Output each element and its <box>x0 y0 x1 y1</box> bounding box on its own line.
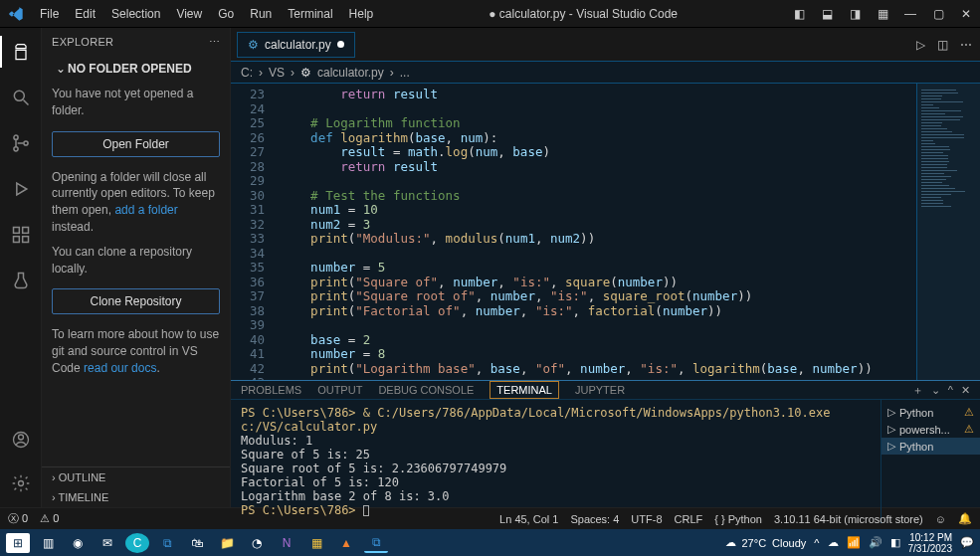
minimap[interactable] <box>916 84 980 380</box>
open-folder-hint: Opening a folder will close all currentl… <box>52 165 220 240</box>
onenote-icon[interactable]: N <box>275 533 298 553</box>
tray-cloud-icon[interactable]: ☁ <box>828 536 839 549</box>
title-bar: FileEditSelectionViewGoRunTerminalHelp ●… <box>0 0 980 28</box>
line-gutter: 23 24 25 26 27 28 29 30 31 32 33 34 35 3… <box>231 84 275 380</box>
maximize-button[interactable]: ▢ <box>924 3 952 25</box>
terminal-entry[interactable]: ▷powersh...⚠ <box>887 421 974 438</box>
breadcrumb[interactable]: C:› VS› ⚙calculator.py› ... <box>231 62 980 84</box>
clone-repo-button[interactable]: Clone Repository <box>52 288 220 314</box>
vscode-active-icon[interactable]: ⧉ <box>364 533 388 553</box>
menu-view[interactable]: View <box>168 3 210 25</box>
extensions-icon[interactable] <box>5 219 37 251</box>
bottom-panel: PROBLEMS OUTPUT DEBUG CONSOLE TERMINAL J… <box>231 380 980 507</box>
add-folder-link[interactable]: add a folder <box>114 203 177 217</box>
status-eol[interactable]: CRLF <box>675 513 703 525</box>
timeline-section[interactable]: › TIMELINE <box>42 487 230 507</box>
run-debug-icon[interactable] <box>5 173 37 205</box>
window-title: ● calculator.py - Visual Studio Code <box>381 7 785 21</box>
start-button[interactable]: ⊞ <box>6 533 30 553</box>
menu-help[interactable]: Help <box>341 3 382 25</box>
system-clock[interactable]: 10:12 PM 7/31/2023 <box>908 532 953 554</box>
svg-point-0 <box>14 91 24 100</box>
explorer-icon[interactable] <box>5 36 37 68</box>
tray-wifi-icon[interactable]: 📶 <box>847 536 861 549</box>
terminal-output[interactable]: PS C:\Users\786> & C:/Users/786/AppData/… <box>231 400 881 523</box>
svg-point-4 <box>23 141 27 145</box>
layout-grid-icon[interactable]: ▦ <box>869 3 896 25</box>
search-icon[interactable] <box>5 82 37 113</box>
new-terminal-icon[interactable]: ＋ <box>912 383 923 398</box>
menu-terminal[interactable]: Terminal <box>280 3 340 25</box>
status-encoding[interactable]: UTF-8 <box>631 513 662 525</box>
tab-problems[interactable]: PROBLEMS <box>241 384 301 396</box>
clone-hint: You can clone a repository locally. <box>52 240 220 281</box>
status-python-version[interactable]: 3.10.11 64-bit (microsoft store) <box>774 513 923 525</box>
notes-icon[interactable]: ▦ <box>304 533 328 553</box>
split-editor-icon[interactable]: ◫ <box>937 38 948 52</box>
chrome-icon[interactable]: ◉ <box>66 533 90 553</box>
layout-left-icon[interactable]: ◧ <box>785 3 813 25</box>
close-panel-icon[interactable]: ✕ <box>961 384 970 397</box>
menu-file[interactable]: File <box>32 3 67 25</box>
task-view-icon[interactable]: ▥ <box>36 533 60 553</box>
vscode-logo-icon <box>0 6 32 22</box>
mail-icon[interactable]: ✉ <box>96 533 119 553</box>
window-controls: — ▢ ✕ <box>896 3 980 25</box>
maximize-panel-icon[interactable]: ^ <box>948 384 953 396</box>
status-feedback-icon[interactable]: ☺ <box>935 513 946 525</box>
sidebar-more-icon[interactable]: ⋯ <box>209 36 220 49</box>
minimize-button[interactable]: — <box>896 3 924 25</box>
read-docs-link[interactable]: read our docs <box>84 361 156 375</box>
terminal-entry[interactable]: ▷Python <box>882 438 980 455</box>
editor-more-icon[interactable]: ⋯ <box>960 38 972 52</box>
svg-rect-7 <box>22 237 28 243</box>
status-cursor-position[interactable]: Ln 45, Col 1 <box>499 513 558 525</box>
menu-run[interactable]: Run <box>242 3 280 25</box>
terminal-entry[interactable]: ▷Python⚠ <box>887 404 974 421</box>
edge-icon[interactable]: ◔ <box>245 533 269 553</box>
run-button[interactable]: ▷ <box>916 38 925 52</box>
terminal-dropdown-icon[interactable]: ⌄ <box>931 384 940 397</box>
svg-rect-6 <box>13 237 19 243</box>
source-control-icon[interactable] <box>5 127 37 159</box>
tray-chevron-icon[interactable]: ^ <box>814 537 819 549</box>
svg-rect-5 <box>13 228 19 234</box>
testing-icon[interactable] <box>5 265 37 296</box>
tab-terminal[interactable]: TERMINAL <box>490 381 559 399</box>
code-editor[interactable]: 23 24 25 26 27 28 29 30 31 32 33 34 35 3… <box>231 84 980 380</box>
notifications-tray-icon[interactable]: 💬 <box>960 536 974 549</box>
menu-selection[interactable]: Selection <box>103 3 168 25</box>
learn-more-text: To learn more about how to use git and s… <box>52 322 220 380</box>
status-errors[interactable]: ⓧ 0 <box>8 511 28 526</box>
canva-icon[interactable]: C <box>125 533 149 553</box>
status-warnings[interactable]: ⚠ 0 <box>40 512 59 525</box>
weather-widget[interactable]: ☁ 27°C Cloudy <box>725 536 807 549</box>
outline-section[interactable]: › OUTLINE <box>42 467 230 487</box>
menu-edit[interactable]: Edit <box>67 3 103 25</box>
tray-volume-icon[interactable]: 🔊 <box>869 536 882 549</box>
code-content[interactable]: return result # Logarithm function def l… <box>275 84 916 380</box>
tray-language-icon[interactable]: ◧ <box>890 536 900 549</box>
close-button[interactable]: ✕ <box>952 3 980 25</box>
status-language[interactable]: { } Python <box>714 513 762 525</box>
open-folder-button[interactable]: Open Folder <box>52 131 220 157</box>
no-folder-message: You have not yet opened a folder. <box>52 82 220 123</box>
menu-go[interactable]: Go <box>210 3 242 25</box>
tab-output[interactable]: OUTPUT <box>317 384 362 396</box>
no-folder-heading[interactable]: ⌄NO FOLDER OPENED <box>52 56 220 82</box>
layout-bottom-icon[interactable]: ⬓ <box>813 3 841 25</box>
windows-taskbar: ⊞ ▥ ◉ ✉ C ⧉ 🛍 📁 ◔ N ▦ ▲ ⧉ ☁ 27°C Cloudy … <box>0 529 980 556</box>
vlc-icon[interactable]: ▲ <box>334 533 358 553</box>
status-notifications-icon[interactable]: 🔔 <box>958 512 972 525</box>
status-indent[interactable]: Spaces: 4 <box>570 513 619 525</box>
explorer-taskbar-icon[interactable]: 📁 <box>215 533 239 553</box>
tab-debug-console[interactable]: DEBUG CONSOLE <box>378 384 474 396</box>
settings-gear-icon[interactable] <box>5 467 37 499</box>
accounts-icon[interactable] <box>5 424 37 456</box>
tab-calculator[interactable]: ⚙ calculator.py <box>237 32 355 58</box>
terminal-list: ▷Python⚠▷powersh...⚠▷Python <box>881 400 980 523</box>
layout-right-icon[interactable]: ◨ <box>841 3 869 25</box>
vscode-taskbar-icon[interactable]: ⧉ <box>155 533 179 553</box>
tab-jupyter[interactable]: JUPYTER <box>575 384 625 396</box>
store-icon[interactable]: 🛍 <box>185 533 209 553</box>
